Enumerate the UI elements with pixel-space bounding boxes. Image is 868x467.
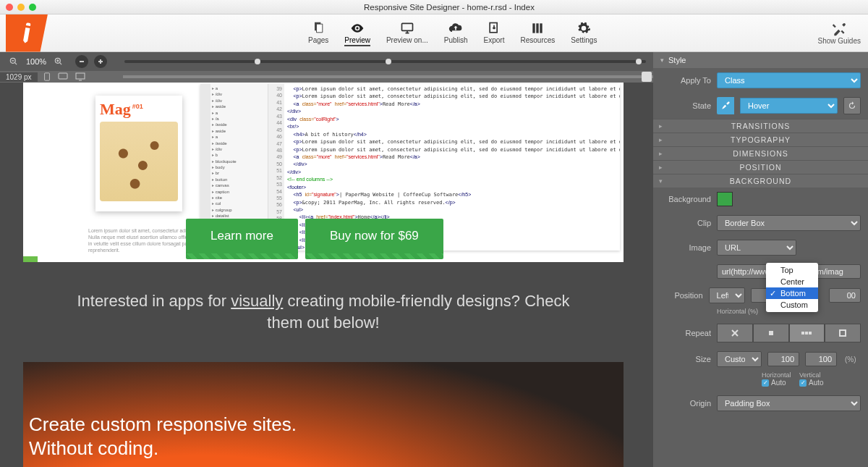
accordion-position[interactable]: ▸POSITION [653, 160, 868, 174]
size-v-caption: Vertical [799, 371, 834, 379]
image-type-select[interactable]: URL [717, 240, 796, 256]
ruler-handle[interactable] [642, 72, 652, 82]
accordion-background[interactable]: ▾BACKGROUND [653, 174, 868, 188]
preview-on-button[interactable]: Preview on... [386, 20, 428, 46]
reset-state-button[interactable] [843, 97, 861, 114]
size-h-value[interactable] [767, 352, 799, 366]
headline-line2: Without coding. [29, 437, 624, 460]
svg-rect-3 [533, 23, 535, 33]
dropdown-option-center[interactable]: Center [766, 276, 818, 287]
svg-rect-20 [805, 332, 808, 335]
phone-landscape-icon[interactable] [58, 72, 68, 81]
section-title: Style [668, 56, 686, 64]
position-v-dropdown[interactable]: Top Center Bottom Custom [766, 263, 818, 312]
svg-rect-16 [59, 73, 67, 79]
settings-button[interactable]: Settings [571, 20, 597, 46]
headline-band: Create custom responsive sites. Without … [23, 362, 624, 467]
minimize-icon[interactable] [17, 4, 25, 11]
magazine-issue: #01 [132, 103, 143, 110]
size-label: Size [660, 355, 711, 363]
buy-now-button[interactable]: Buy now for $69 [305, 219, 443, 253]
page-canvas[interactable]: Mag#01 Lorem ipsum dolor sit amet, conse… [23, 83, 624, 467]
preview-button[interactable]: Preview [344, 20, 370, 46]
tagline-link[interactable]: visually [231, 292, 283, 310]
zoom-out-button[interactable] [7, 55, 20, 68]
headline-line1: Create custom responsive sites. [29, 413, 624, 437]
svg-rect-4 [537, 23, 539, 33]
resources-button[interactable]: Resources [520, 20, 555, 46]
toolbar-label: Show Guides [818, 37, 861, 45]
apply-to-select[interactable]: Class [717, 72, 861, 88]
background-color-swatch[interactable] [717, 192, 733, 206]
breakpoint-slider[interactable] [124, 60, 646, 63]
pages-button[interactable]: Pages [308, 20, 328, 46]
position-v-value[interactable] [829, 288, 861, 303]
size-v-auto-checkbox[interactable]: ✓Auto [799, 379, 834, 387]
add-breakpoint-button[interactable] [94, 55, 107, 68]
publish-button[interactable]: Publish [444, 20, 468, 46]
position-h-select[interactable]: Left [709, 287, 745, 303]
window-controls [6, 4, 36, 11]
size-v-value[interactable] [805, 352, 837, 366]
monitor-icon [399, 20, 416, 36]
dropdown-option-top[interactable]: Top [766, 264, 818, 276]
toolbar-label: Settings [571, 36, 597, 44]
origin-select[interactable]: Padding Box [717, 395, 861, 411]
size-unit: (%) [845, 355, 856, 363]
repeat-x-button[interactable] [789, 324, 825, 342]
tagline-text: Interested in apps for visually creating… [63, 290, 584, 333]
gear-icon [575, 20, 592, 36]
clip-select[interactable]: Border Box [717, 215, 861, 231]
size-h-caption: Horizontal [762, 371, 796, 379]
learn-more-button[interactable]: Learn more [186, 219, 298, 253]
zoom-icon[interactable] [29, 4, 36, 11]
style-panel-header[interactable]: ▾Style [653, 52, 868, 68]
svg-rect-19 [801, 332, 804, 335]
toolbar-label: Export [484, 36, 505, 44]
size-h-auto-checkbox[interactable]: ✓Auto [762, 379, 796, 387]
phone-portrait-icon[interactable] [43, 72, 51, 81]
cta-stripe [186, 253, 298, 259]
toolbar-label: Preview [344, 36, 370, 44]
toolbar-buttons: Pages Preview Preview on... Publish Expo… [308, 20, 597, 46]
magazine-title: Mag [100, 100, 131, 118]
export-icon [485, 20, 503, 36]
hero-section: Mag#01 Lorem ipsum dolor sit amet, conse… [23, 83, 624, 256]
repeat-none-button[interactable] [717, 324, 753, 342]
svg-rect-21 [809, 332, 812, 335]
app-logo[interactable] [6, 14, 48, 52]
svg-rect-15 [44, 73, 49, 80]
svg-rect-22 [840, 330, 846, 336]
close-icon[interactable] [6, 4, 13, 11]
clip-label: Clip [660, 219, 711, 227]
giraffe-image [100, 122, 178, 201]
canvas-area: Mag#01 Lorem ipsum dolor sit amet, conse… [0, 83, 653, 467]
export-button[interactable]: Export [484, 20, 505, 46]
books-icon [529, 20, 546, 36]
repeat-group [717, 324, 861, 342]
state-icon [717, 97, 734, 114]
desktop-icon[interactable] [75, 72, 85, 81]
show-guides-button[interactable]: Show Guides [818, 21, 861, 45]
svg-point-0 [356, 27, 358, 29]
repeat-both-button[interactable] [753, 324, 789, 342]
dropdown-option-custom[interactable]: Custom [766, 299, 818, 311]
cloud-upload-icon [447, 20, 464, 36]
accordion-dimensions[interactable]: ▸DIMENSIONS [653, 146, 868, 160]
pencil-icon [14, 20, 40, 46]
svg-rect-5 [540, 23, 542, 33]
svg-rect-18 [769, 331, 773, 335]
state-select[interactable]: Hover [740, 98, 838, 114]
zoom-in-button[interactable] [52, 55, 65, 68]
accordion-typography[interactable]: ▸TYPOGRAPHY [653, 132, 868, 146]
cta-label: Learn more [210, 229, 273, 243]
ruler-track[interactable] [123, 75, 653, 78]
repeat-y-button[interactable] [825, 324, 861, 342]
tools-icon [830, 21, 848, 37]
svg-rect-1 [401, 23, 412, 30]
origin-label: Origin [660, 399, 711, 408]
remove-breakpoint-button[interactable] [75, 55, 88, 68]
accordion-transitions[interactable]: ▸TRANSITIONS [653, 119, 868, 132]
dropdown-option-bottom[interactable]: Bottom [766, 287, 818, 299]
size-select[interactable]: Custom [717, 351, 762, 367]
